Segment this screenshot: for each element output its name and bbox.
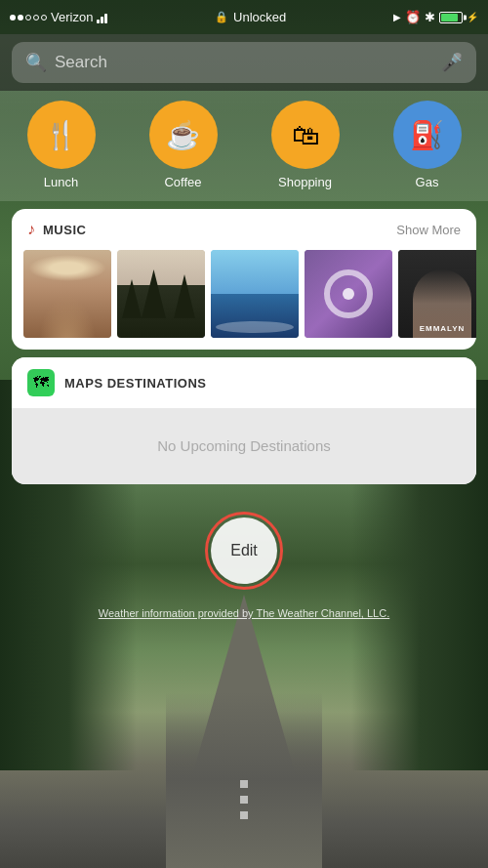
status-center: 🔒 Unlocked: [215, 10, 286, 24]
wifi-icon: [97, 12, 107, 23]
no-destinations-label: No Upcoming Destinations: [157, 437, 331, 454]
action-lunch[interactable]: 🍴 Lunch: [27, 101, 96, 189]
coffee-label: Coffee: [164, 175, 201, 189]
maps-card-body: No Upcoming Destinations: [12, 408, 476, 484]
signal-dot-5: [41, 15, 47, 21]
alarm-icon: ⏰: [405, 10, 421, 24]
shopping-label: Shopping: [278, 175, 332, 189]
search-bar-container: 🔍 🎤: [0, 34, 488, 91]
quick-actions-row: 🍴 Lunch ☕ Coffee 🛍 Shopping ⛽ Gas: [0, 91, 488, 201]
signal-dot-2: [18, 15, 23, 21]
shopping-icon-circle: 🛍: [271, 101, 340, 169]
maps-card-title: MAPS DESTINATIONS: [64, 376, 207, 391]
weather-suffix: information provided by The Weather Chan…: [139, 607, 389, 619]
status-bar: Verizon 🔒 Unlocked ▶ ⏰ ✱ ⚡: [0, 0, 488, 34]
maps-card: 🗺 MAPS DESTINATIONS No Upcoming Destinat…: [12, 357, 476, 484]
location-icon: ▶: [393, 12, 401, 22]
maps-card-header: 🗺 MAPS DESTINATIONS: [12, 357, 476, 408]
status-left: Verizon: [10, 10, 107, 24]
weather-link[interactable]: Weather: [99, 607, 139, 619]
album-item-1[interactable]: [23, 250, 111, 338]
status-right: ▶ ⏰ ✱ ⚡: [393, 10, 478, 24]
charging-icon: ⚡: [467, 12, 478, 22]
maps-app-icon: 🗺: [27, 369, 55, 396]
music-note-icon: ♪: [27, 221, 35, 238]
show-more-button[interactable]: Show More: [396, 223, 461, 237]
bluetooth-icon: ✱: [425, 10, 435, 24]
lock-icon: 🔒: [215, 11, 228, 23]
signal-dot-3: [25, 15, 31, 21]
search-bar[interactable]: 🔍 🎤: [12, 42, 476, 83]
edit-button[interactable]: Edit: [211, 517, 277, 584]
carrier-label: Verizon: [51, 10, 93, 24]
signal-dot-1: [10, 15, 16, 21]
album-5-text: EMMALYN: [401, 324, 476, 333]
album-row: EMMALYN: [12, 246, 476, 350]
wifi-bar-2: [101, 17, 103, 23]
battery-indicator: [439, 12, 463, 23]
music-card-header: ♪ MUSIC Show More: [12, 209, 476, 246]
action-shopping[interactable]: 🛍 Shopping: [271, 101, 340, 189]
road-lines: [240, 780, 248, 819]
edit-button-ring: Edit: [205, 512, 283, 590]
weather-attribution: Weather information provided by The Weat…: [0, 599, 488, 627]
wifi-bar-3: [104, 14, 107, 23]
album-item-4[interactable]: [305, 250, 392, 338]
signal-dot-4: [33, 15, 39, 21]
gas-label: Gas: [416, 175, 439, 189]
album-item-2[interactable]: [117, 250, 205, 338]
action-gas[interactable]: ⛽ Gas: [393, 101, 462, 189]
album-item-5[interactable]: EMMALYN: [398, 250, 476, 338]
action-coffee[interactable]: ☕ Coffee: [149, 101, 218, 189]
search-icon: 🔍: [25, 52, 47, 73]
wifi-bar-1: [97, 20, 100, 23]
signal-dots: [10, 15, 47, 21]
album-item-3[interactable]: [211, 250, 299, 338]
music-card-title: MUSIC: [43, 223, 86, 237]
lock-status-label: Unlocked: [233, 10, 286, 24]
coffee-icon-circle: ☕: [149, 101, 218, 169]
battery-fill: [441, 14, 458, 21]
gas-icon-circle: ⛽: [393, 101, 462, 169]
lunch-icon-circle: 🍴: [27, 101, 96, 169]
music-card: ♪ MUSIC Show More: [12, 209, 476, 350]
microphone-icon[interactable]: 🎤: [441, 52, 463, 73]
edit-button-area: Edit: [0, 492, 488, 599]
music-header-left: ♪ MUSIC: [27, 221, 86, 238]
search-input[interactable]: [55, 53, 433, 72]
cards-container: ♪ MUSIC Show More: [0, 201, 488, 492]
lunch-label: Lunch: [44, 175, 78, 189]
